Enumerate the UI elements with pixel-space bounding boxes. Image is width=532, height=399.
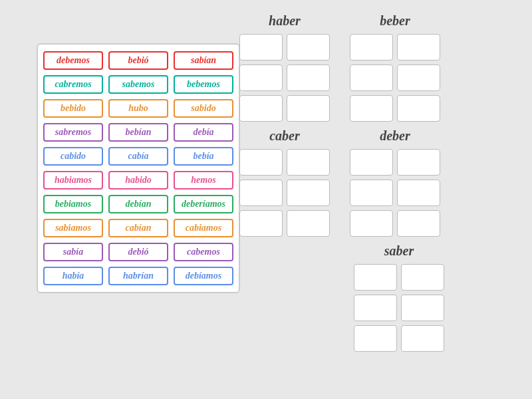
drop-cell[interactable] [239, 149, 283, 176]
drop-grid-deber [350, 149, 440, 237]
word-tile[interactable]: debía [174, 123, 233, 142]
drop-cell[interactable] [397, 65, 440, 91]
drop-cell[interactable] [239, 210, 283, 237]
word-tile[interactable]: sabían [174, 51, 233, 70]
verb-section-saber: saber [279, 243, 519, 352]
drop-cell[interactable] [239, 65, 283, 91]
drop-grid-haber [239, 34, 330, 122]
drop-cell[interactable] [239, 180, 283, 206]
drop-cell[interactable] [350, 34, 393, 61]
word-tile[interactable]: bebemos [174, 75, 233, 94]
drop-cell[interactable] [239, 95, 283, 122]
word-tile[interactable]: debían [108, 195, 168, 213]
word-tile[interactable]: hemos [174, 171, 233, 190]
verb-section-deber: deber [350, 128, 440, 237]
verb-title-caber: caber [269, 128, 300, 144]
drop-cell[interactable] [287, 95, 330, 122]
drop-cell[interactable] [350, 180, 393, 206]
verb-section-haber: haber [239, 13, 330, 122]
drop-cell[interactable] [397, 95, 440, 122]
drop-grid-caber [239, 149, 330, 237]
verb-title-beber: beber [380, 13, 410, 29]
word-tile[interactable]: cabremos [43, 75, 103, 94]
word-tile[interactable]: bebían [108, 123, 168, 142]
word-tile[interactable]: cabía [108, 147, 168, 166]
drop-grid-saber [354, 264, 444, 352]
drop-cell[interactable] [350, 149, 393, 176]
drop-cell[interactable] [239, 34, 283, 61]
drop-cell[interactable] [354, 295, 397, 321]
word-bank: debemosbebiósabíancabremossabemosbebemos… [37, 43, 240, 293]
word-tile[interactable]: cabían [108, 219, 168, 237]
word-tile[interactable]: cabiamos [174, 219, 233, 237]
word-tile[interactable]: cabemos [174, 243, 233, 261]
word-tile[interactable]: sabido [174, 99, 233, 118]
word-tile[interactable]: deberíamos [174, 195, 233, 213]
drop-cell[interactable] [287, 149, 330, 176]
drop-cell[interactable] [401, 325, 444, 352]
word-tile[interactable]: bebía [174, 147, 233, 166]
verb-section-beber: beber [350, 13, 440, 122]
verb-title-deber: deber [380, 128, 410, 144]
word-tile[interactable]: había [43, 267, 103, 285]
drop-cell[interactable] [350, 210, 393, 237]
word-tile[interactable]: bebió [108, 51, 168, 70]
word-tile[interactable]: sabemos [108, 75, 168, 94]
drop-cell[interactable] [397, 210, 440, 237]
section-row-1: haber beber [239, 13, 519, 122]
drop-cell[interactable] [287, 180, 330, 206]
drop-cell[interactable] [287, 210, 330, 237]
word-tile[interactable]: bebiamos [43, 195, 103, 213]
drop-cell[interactable] [287, 65, 330, 91]
drop-cell[interactable] [354, 264, 397, 291]
drop-cell[interactable] [401, 295, 444, 321]
drop-cell[interactable] [397, 149, 440, 176]
drop-areas: haber beber caber [239, 13, 519, 352]
drop-cell[interactable] [350, 65, 393, 91]
word-tile[interactable]: cabido [43, 147, 103, 166]
drop-cell[interactable] [350, 95, 393, 122]
drop-cell[interactable] [397, 34, 440, 61]
verb-section-caber: caber [239, 128, 330, 237]
drop-cell[interactable] [287, 34, 330, 61]
word-tile[interactable]: habido [108, 171, 168, 190]
verb-title-haber: haber [269, 13, 301, 29]
word-tile[interactable]: debemos [43, 51, 103, 70]
drop-cell[interactable] [354, 325, 397, 352]
word-tile[interactable]: sabiamos [43, 219, 103, 237]
drop-cell[interactable] [401, 264, 444, 291]
drop-cell[interactable] [397, 180, 440, 206]
drop-grid-beber [350, 34, 440, 122]
word-tile[interactable]: habrían [108, 267, 168, 285]
word-tile[interactable]: habiamos [43, 171, 103, 190]
word-tile[interactable]: hubo [108, 99, 168, 118]
section-row-2: caber deber [239, 128, 519, 237]
word-tile[interactable]: bebido [43, 99, 103, 118]
word-tile[interactable]: debió [108, 243, 168, 261]
word-tile[interactable]: sabía [43, 243, 103, 261]
word-tile[interactable]: sabremos [43, 123, 103, 142]
verb-title-saber: saber [384, 243, 414, 259]
word-tile[interactable]: debíamos [174, 267, 233, 285]
